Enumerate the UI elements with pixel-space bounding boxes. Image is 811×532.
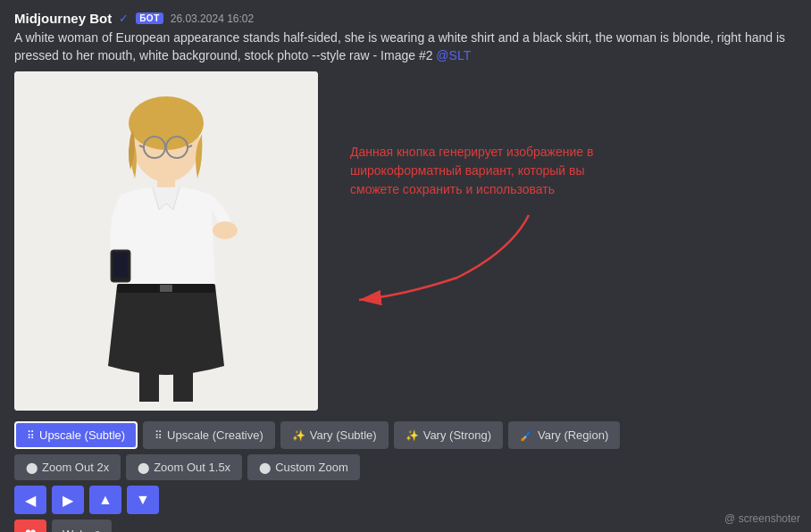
button-row-3: ◀ ▶ ▲ ▼ (14, 486, 797, 514)
zoom-2x-icon: ⬤ (26, 461, 38, 474)
zoom-out-1-5x-button[interactable]: ⬤ Zoom Out 1.5x (126, 454, 242, 480)
custom-zoom-button[interactable]: ⬤ Custom Zoom (247, 454, 360, 480)
button-row-4: ❤ Web ↗ (14, 520, 797, 532)
message-image-label: - Image #2 (373, 48, 437, 62)
annotation-area: Данная кнопка генерирует изображение в ш… (332, 71, 600, 317)
svg-rect-14 (139, 366, 159, 402)
upscale-creative-button[interactable]: ⠿ Upscale (Creative) (143, 421, 275, 449)
upscale-subtle-button[interactable]: ⠿ Upscale (Subtle) (14, 421, 138, 449)
svg-rect-11 (113, 253, 128, 278)
upscale-creative-icon: ⠿ (155, 429, 163, 442)
web-label: Web (63, 528, 87, 532)
annotation-text: Данная кнопка генерирует изображение в ш… (350, 143, 600, 199)
woman-illustration (14, 71, 318, 411)
vary-subtle-icon: ✨ (292, 429, 305, 442)
nav-left-button[interactable]: ◀ (14, 486, 46, 514)
generated-image (14, 71, 318, 411)
vary-region-icon: 🖌️ (520, 429, 533, 442)
svg-point-9 (213, 221, 238, 239)
button-row-1: ⠿ Upscale (Subtle) ⠿ Upscale (Creative) … (14, 421, 797, 449)
vary-strong-icon: ✨ (406, 429, 419, 442)
nav-right-button[interactable]: ▶ (52, 486, 84, 514)
custom-zoom-icon: ⬤ (259, 461, 271, 474)
message-text: A white woman of European appearance sta… (14, 29, 791, 64)
annotation-wrapper: Данная кнопка генерирует изображение в ш… (332, 71, 600, 317)
svg-point-2 (129, 96, 204, 150)
content-area: Данная кнопка генерирует изображение в ш… (14, 71, 797, 411)
watermark: @ screenshoter (724, 512, 800, 525)
button-row-2: ⬤ Zoom Out 2x ⬤ Zoom Out 1.5x ⬤ Custom Z… (14, 454, 797, 480)
vary-strong-button[interactable]: ✨ Vary (Strong) (394, 421, 503, 449)
external-link-icon: ↗ (91, 528, 101, 532)
mention: @SLT (436, 48, 471, 62)
buttons-section: ⠿ Upscale (Subtle) ⠿ Upscale (Creative) … (14, 421, 797, 532)
vary-region-button[interactable]: 🖌️ Vary (Region) (508, 421, 620, 449)
nav-up-button[interactable]: ▲ (89, 486, 121, 514)
verified-icon: ✓ (119, 12, 129, 25)
heart-button[interactable]: ❤ (14, 520, 46, 532)
message-header: Midjourney Bot ✓ БОТ 26.03.2024 16:02 (14, 11, 797, 26)
svg-rect-13 (160, 285, 172, 292)
upscale-subtle-icon: ⠿ (27, 429, 35, 442)
svg-rect-15 (173, 366, 193, 402)
arrow-container (350, 206, 600, 317)
bot-badge: БОТ (136, 12, 163, 24)
image-container (14, 71, 318, 411)
timestamp: 26.03.2024 16:02 (171, 12, 254, 25)
bot-name: Midjourney Bot (14, 11, 112, 26)
zoom-1-5x-icon: ⬤ (138, 461, 149, 474)
zoom-out-2x-button[interactable]: ⬤ Zoom Out 2x (14, 454, 121, 480)
nav-down-button[interactable]: ▼ (127, 486, 159, 514)
annotation-arrow (350, 206, 547, 313)
vary-subtle-button[interactable]: ✨ Vary (Subtle) (280, 421, 389, 449)
web-button[interactable]: Web ↗ (52, 520, 112, 532)
main-container: Midjourney Bot ✓ БОТ 26.03.2024 16:02 A … (0, 0, 811, 532)
